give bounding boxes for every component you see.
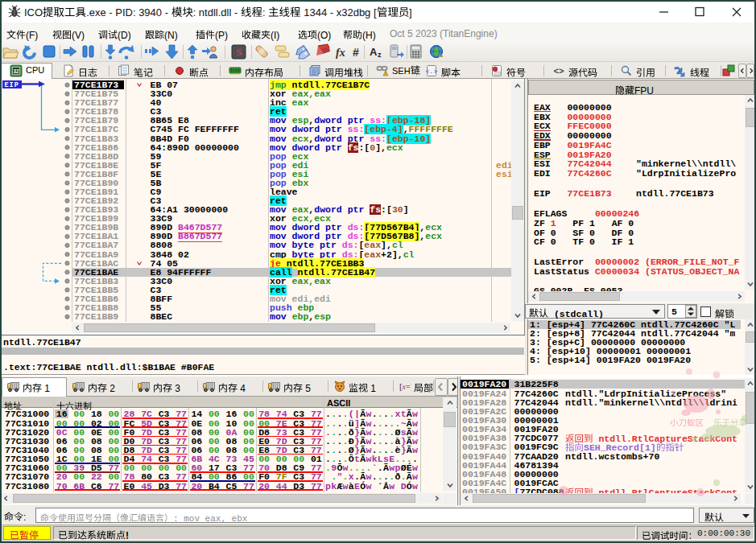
svg-text:32: 32 bbox=[13, 68, 19, 74]
svg-text:#: # bbox=[353, 46, 359, 59]
svg-text:<>: <> bbox=[553, 67, 564, 76]
svg-text:S: S bbox=[236, 46, 242, 58]
svg-text:=]: =] bbox=[406, 382, 411, 391]
svg-text:z: z bbox=[378, 51, 382, 59]
svg-text:A: A bbox=[370, 46, 378, 58]
svg-text:<.>: <.> bbox=[426, 68, 438, 75]
svg-text:fx: fx bbox=[336, 47, 345, 59]
